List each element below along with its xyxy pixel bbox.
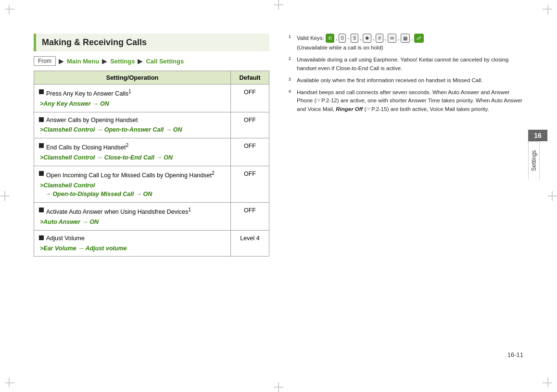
- footnote-2-num: 2: [289, 56, 294, 73]
- footnote-3: 3 Available only when the first informat…: [289, 76, 523, 85]
- table-row: End Calls by Closing Handset2 >Clamshell…: [34, 138, 269, 166]
- cross-top: [274, 0, 283, 10]
- row-6-setting: Adjust Volume >Ear Volume → Adjust volum…: [34, 230, 231, 257]
- row-6-icon: [39, 235, 44, 240]
- row-1-icon: [39, 89, 44, 94]
- right-column: 1 Valid Keys: ✆, 0 - 9, ✱, #, ✉, ▦, ☍ (U…: [289, 34, 523, 117]
- table-row: Press Any Key to Answer Calls1 >Any Key …: [34, 85, 269, 112]
- footnote-2: 2 Unavailable during a call using Earpho…: [289, 56, 523, 73]
- row-3-icon: [39, 143, 44, 148]
- table-row: Activate Auto Answer when Using Handsfre…: [34, 203, 269, 231]
- footnote-4-num: 4: [289, 88, 294, 113]
- valid-keys-label: Valid Keys:: [297, 34, 324, 42]
- key-internet: ☍: [414, 34, 424, 43]
- key-0: 0: [339, 34, 346, 43]
- row-5-icon: [39, 208, 44, 212]
- row-4-setting: Open Incoming Call Log for Missed Calls …: [34, 166, 231, 202]
- breadcrumb-arrow-2: ▶: [102, 57, 107, 65]
- cross-bottom: [274, 382, 283, 392]
- row-4-default: OFF: [231, 166, 269, 202]
- reg-mark-tl: [5, 5, 19, 19]
- key-9: 9: [351, 34, 358, 43]
- breadcrumb-from: From: [34, 56, 56, 66]
- row-1-setting: Press Any Key to Answer Calls1 >Any Key …: [34, 85, 231, 112]
- chapter-badge: 16 Settings: [528, 130, 547, 180]
- reg-mark-tr: [538, 5, 552, 19]
- left-column: Making & Receiving Calls From ▶ Main Men…: [34, 34, 269, 257]
- section-title: Making & Receiving Calls: [42, 37, 147, 48]
- table-row: Answer Calls by Opening Handset >Clamshe…: [34, 112, 269, 138]
- row-2-default: OFF: [231, 112, 269, 138]
- page-number: 16-11: [507, 351, 523, 358]
- col-header-setting: Setting/Operation: [34, 71, 231, 85]
- row-4-icon: [39, 171, 44, 176]
- valid-keys-line: Valid Keys: ✆, 0 - 9, ✱, #, ✉, ▦, ☍: [297, 34, 424, 43]
- key-star: ✱: [363, 34, 371, 43]
- footnote-1-unavailable: (Unavailable while a call is on hold): [297, 44, 424, 52]
- breadcrumb-call-settings[interactable]: Call Settings: [146, 58, 184, 65]
- footnote-3-text: Available only when the first informatio…: [297, 76, 483, 85]
- footnote-1-num: 1: [289, 34, 294, 52]
- row-4-main-text: Open Incoming Call Log for Missed Calls …: [46, 170, 215, 180]
- row-2-icon: [39, 117, 44, 122]
- reg-mark-bl: [5, 373, 19, 387]
- main-content: Making & Receiving Calls From ▶ Main Men…: [34, 34, 523, 368]
- footnote-1: 1 Valid Keys: ✆, 0 - 9, ✱, #, ✉, ▦, ☍ (U…: [289, 34, 523, 52]
- breadcrumb-arrow-3: ▶: [138, 57, 143, 65]
- key-camera: ▦: [401, 34, 410, 43]
- footnote-3-num: 3: [289, 76, 294, 85]
- row-4-subpath: >Clamshell Control → Open-to-Display Mis…: [39, 181, 226, 199]
- breadcrumb-arrow-1: ▶: [59, 57, 64, 65]
- settings-table: Setting/Operation Default Press Any Key …: [34, 71, 269, 257]
- footnote-1-text: Valid Keys: ✆, 0 - 9, ✱, #, ✉, ▦, ☍ (Una…: [297, 34, 424, 52]
- footnote-4-text: Handset beeps and call connects after se…: [297, 88, 523, 113]
- chapter-label: Settings: [528, 141, 540, 180]
- col-header-default: Default: [231, 71, 269, 85]
- footnote-2-text: Unavailable during a call using Earphone…: [297, 56, 523, 73]
- table-row: Adjust Volume >Ear Volume → Adjust volum…: [34, 230, 269, 257]
- section-header: Making & Receiving Calls: [34, 34, 269, 51]
- row-3-main-text: End Calls by Closing Handset2: [46, 142, 128, 152]
- breadcrumb-main-menu[interactable]: Main Menu: [67, 58, 99, 65]
- row-6-default: Level 4: [231, 230, 269, 257]
- cross-right: [547, 191, 557, 201]
- breadcrumb: From ▶ Main Menu ▶ Settings ▶ Call Setti…: [34, 56, 269, 66]
- row-1-default: OFF: [231, 85, 269, 112]
- breadcrumb-settings[interactable]: Settings: [110, 58, 135, 65]
- row-5-subpath: >Auto Answer → ON: [39, 218, 226, 227]
- key-call: ✆: [326, 34, 334, 43]
- row-5-default: OFF: [231, 203, 269, 231]
- reg-mark-br: [538, 373, 552, 387]
- table-row: Open Incoming Call Log for Missed Calls …: [34, 166, 269, 202]
- row-5-setting: Activate Auto Answer when Using Handsfre…: [34, 203, 231, 231]
- row-2-main-text: Answer Calls by Opening Handset: [46, 116, 138, 125]
- row-2-subpath: >Clamshell Control → Open-to-Answer Call…: [39, 125, 226, 135]
- row-3-setting: End Calls by Closing Handset2 >Clamshell…: [34, 138, 231, 166]
- row-6-main-text: Adjust Volume: [46, 234, 85, 243]
- cross-left: [0, 191, 10, 201]
- footnote-4: 4 Handset beeps and call connects after …: [289, 88, 523, 113]
- row-1-main-text: Press Any Key to Answer Calls1: [46, 88, 131, 98]
- key-mail: ✉: [388, 34, 396, 43]
- row-6-subpath: >Ear Volume → Adjust volume: [39, 244, 226, 253]
- row-3-default: OFF: [231, 138, 269, 166]
- key-hash: #: [376, 34, 383, 43]
- row-3-subpath: >Clamshell Control → Close-to-End Call →…: [39, 153, 226, 162]
- ringer-off-bold: Ringer Off: [336, 106, 363, 112]
- row-5-main-text: Activate Auto Answer when Using Handsfre…: [46, 206, 191, 217]
- row-2-setting: Answer Calls by Opening Handset >Clamshe…: [34, 112, 231, 138]
- row-1-subpath: >Any Key Answer → ON: [39, 99, 226, 109]
- chapter-num: 16: [528, 130, 547, 141]
